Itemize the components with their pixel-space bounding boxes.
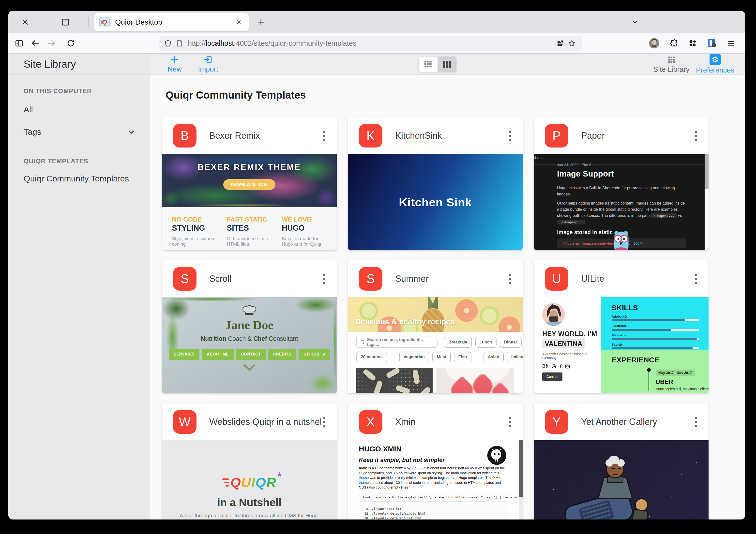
- list-tabs-button[interactable]: [59, 15, 72, 29]
- template-title: UILite: [581, 274, 692, 284]
- plus-icon: [257, 18, 265, 26]
- navigation-toolbar: http://localhost:4002/sites/quiqr-commun…: [8, 34, 745, 54]
- window-close-button[interactable]: [18, 15, 32, 29]
- account-avatar[interactable]: [649, 38, 660, 49]
- grid-view-icon: [443, 60, 451, 68]
- card-menu-button[interactable]: [321, 271, 328, 286]
- preview-scrollbar: [519, 440, 523, 520]
- url-bar[interactable]: http://localhost:4002/sites/quiqr-commun…: [159, 36, 582, 51]
- template-preview-xmin: HUGO XMIN Keep it simple, but not simple…: [348, 440, 523, 520]
- grid-view-button[interactable]: [438, 57, 456, 72]
- sidebar-item-community-templates[interactable]: Quiqr Community Templates: [24, 174, 136, 183]
- template-card-scroll[interactable]: S Scroll Jane Doe: [162, 260, 337, 393]
- back-arrow-icon: [31, 39, 40, 48]
- template-preview-paper: About Jun 24, 2022 · Pim Snel Image Supp…: [534, 154, 709, 250]
- template-card-bexer-remix[interactable]: B Bexer Remix BEXER REMIX THEME DOWNLOAD…: [162, 117, 337, 250]
- template-preview-summer: Delicious & healthy recipes Search recip…: [348, 297, 523, 393]
- portrait-photo: [542, 303, 565, 326]
- page-actions-button[interactable]: [554, 38, 566, 49]
- card-menu-button[interactable]: [692, 414, 700, 430]
- template-preview-webslides: QUIQR ★ in a Nutshell A tour through all…: [162, 440, 337, 520]
- extensions-grid-button[interactable]: [688, 39, 697, 48]
- gear-icon: ⚙: [710, 54, 721, 65]
- active-tab[interactable]: Q Quiqr Desktop: [94, 13, 249, 31]
- template-avatar: U: [545, 267, 568, 291]
- instagram-icon: [565, 364, 570, 368]
- close-icon: [236, 19, 242, 25]
- card-menu-button[interactable]: [321, 128, 328, 143]
- template-title: KitchenSink: [395, 131, 507, 141]
- templates-grid: B Bexer Remix BEXER REMIX THEME DOWNLOAD…: [162, 117, 745, 520]
- grid-plus-icon: [688, 39, 697, 48]
- dribbble-icon: [552, 364, 556, 368]
- tab-close-button[interactable]: [233, 17, 244, 28]
- card-menu-button[interactable]: [321, 414, 328, 430]
- template-preview-kitchensink: Kitchen Sink: [348, 154, 523, 250]
- new-site-button[interactable]: New: [161, 55, 188, 73]
- sidebar-toggle-button[interactable]: [15, 39, 24, 48]
- sidebar-title: Site Library: [24, 58, 76, 70]
- template-card-uilite[interactable]: U UILite: [534, 260, 709, 393]
- page-title: Quiqr Community Templates: [166, 89, 745, 101]
- sidebar-item-all[interactable]: All: [24, 105, 136, 114]
- forward-button[interactable]: [47, 39, 56, 48]
- user-avatar-icon: [649, 38, 660, 49]
- reload-button[interactable]: [67, 39, 75, 48]
- extensions-button[interactable]: [669, 39, 678, 48]
- template-card-kitchensink[interactable]: K KitchenSink Kitchen Sink: [348, 117, 523, 250]
- chevron-down-icon: [127, 127, 136, 137]
- site-library-nav-button[interactable]: Site Library: [654, 54, 689, 74]
- template-title: Bexer Remix: [209, 131, 321, 141]
- animation-still-artwork: [534, 440, 709, 520]
- template-avatar: X: [359, 410, 382, 434]
- reload-icon: [67, 39, 75, 48]
- browser-window: Q Quiqr Desktop: [8, 11, 745, 520]
- tab-list-icon: [61, 18, 70, 27]
- template-card-xmin[interactable]: X Xmin HUGO XMIN: [348, 403, 523, 520]
- quiqr-favicon-icon: Q: [99, 17, 110, 27]
- template-preview-uilite: HEY WORLD, I'M VALENTINA A graphics desi…: [534, 297, 709, 393]
- preview-scrollbar: [705, 154, 709, 250]
- bookmark-star-button[interactable]: [566, 38, 578, 49]
- back-button[interactable]: [31, 39, 40, 48]
- template-card-paper[interactable]: P Paper About Jun 24, 2022 · Pim Snel Im…: [534, 117, 709, 250]
- template-avatar: W: [173, 410, 197, 434]
- site-library-sidebar: Site Library ON THIS COMPUTER All Tags Q…: [8, 54, 150, 520]
- new-tab-button[interactable]: [254, 15, 268, 29]
- preferences-button[interactable]: ⚙ Preferences: [696, 54, 734, 74]
- card-menu-button[interactable]: [507, 414, 514, 430]
- preview-button: ABOUT ME: [202, 349, 234, 360]
- template-card-yet-another-gallery[interactable]: Y Yet Another Gallery: [534, 403, 709, 520]
- sidebar-item-tags[interactable]: Tags: [24, 127, 136, 137]
- puzzle-icon: [669, 39, 678, 48]
- template-avatar: S: [359, 267, 382, 291]
- card-menu-button[interactable]: [507, 271, 514, 286]
- sidebar-toggle-icon: [15, 39, 24, 48]
- shield-icon: [164, 40, 172, 47]
- preview-hero-title: BEXER REMIX THEME: [198, 163, 301, 172]
- template-card-webslides[interactable]: W Webslides Quiqr in a nutshell QUIQR ★: [162, 403, 337, 520]
- card-menu-button[interactable]: [692, 128, 700, 143]
- app-menu-button[interactable]: [727, 39, 735, 47]
- preview-button: CONTACT: [236, 349, 266, 360]
- card-menu-button[interactable]: [507, 128, 514, 143]
- app-toolbar: New Import: [150, 54, 745, 75]
- import-site-button[interactable]: Import: [195, 55, 222, 73]
- view-toggle: [419, 57, 456, 72]
- card-menu-button[interactable]: [692, 271, 700, 286]
- template-card-summer[interactable]: S Summer: [348, 260, 523, 393]
- tab-overflow-button[interactable]: [628, 15, 642, 29]
- password-manager-button[interactable]: [707, 38, 717, 48]
- sidebar-header: Site Library: [8, 54, 150, 75]
- tab-separator: [88, 17, 89, 28]
- preview-link: Yihui Xie: [412, 466, 425, 470]
- tiles-expand-icon: [556, 40, 564, 47]
- template-preview-scroll: Jane Doe Nutrition Coach & Chef Consulta…: [162, 297, 337, 393]
- search-icon: [360, 340, 364, 344]
- section-quiqr-templates: QUIQR TEMPLATES: [24, 157, 136, 165]
- list-view-button[interactable]: [419, 57, 438, 72]
- preview-cta-button: DOWNLOAD NOW: [223, 179, 276, 190]
- quiqr-rainbow-logo: QUIQR ★: [222, 475, 277, 490]
- template-title: Yet Another Gallery: [581, 417, 692, 427]
- preview-button: CREDITS: [268, 349, 296, 360]
